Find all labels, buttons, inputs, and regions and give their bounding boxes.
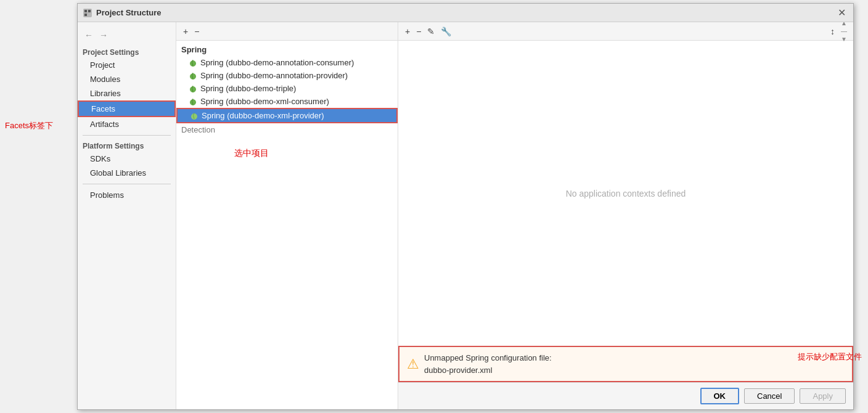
scroll-divider: — <box>841 28 847 35</box>
right-wrench-button[interactable]: 🔧 <box>439 27 453 36</box>
warning-line1: Unmapped Spring configuration file: <box>424 352 552 364</box>
right-remove-button[interactable]: − <box>414 27 423 36</box>
tree-item-spring-triple[interactable]: Spring (dubbo-demo-triple) <box>176 82 398 95</box>
sidebar-divider-2 <box>83 184 171 184</box>
bottom-bar: OK Cancel Apply <box>398 382 853 409</box>
middle-tree: Spring Spring (dubbo-demo-annotation-con… <box>176 41 398 409</box>
content-area: ← → Project Settings Project Modules Lib… <box>78 22 853 409</box>
warning-bar: ⚠ Unmapped Spring configuration file: du… <box>398 346 853 382</box>
spring-section-label: Spring <box>176 43 398 56</box>
spring-leaf-icon-3 <box>189 84 197 93</box>
middle-toolbar: + − <box>176 22 398 41</box>
title-bar-left: Project Structure <box>83 8 161 18</box>
sidebar-item-global-libraries[interactable]: Global Libraries <box>78 166 176 180</box>
spring-leaf-icon <box>189 59 197 67</box>
right-edit-button[interactable]: ✎ <box>425 27 436 36</box>
spring-leaf-icon-5 <box>190 112 199 120</box>
annotation-facets-label: Facets标签下 <box>5 120 53 131</box>
nav-back-fwd: ← → <box>78 27 176 46</box>
svg-point-5 <box>189 72 197 80</box>
scroll-up-icon[interactable]: ▲ <box>841 22 847 27</box>
middle-remove-button[interactable]: − <box>192 27 201 36</box>
tree-item-spring-consumer[interactable]: Spring (dubbo-demo-annotation-consumer) <box>176 56 398 69</box>
svg-point-8 <box>190 112 199 120</box>
no-contexts-text: No application contexts defined <box>566 189 686 198</box>
platform-settings-label: Platform Settings <box>78 139 176 152</box>
tree-item-spring-xml-consumer[interactable]: Spring (dubbo-demo-xml-consumer) <box>176 95 398 108</box>
forward-button[interactable]: → <box>97 30 110 41</box>
middle-add-button[interactable]: + <box>181 27 190 36</box>
annotation-warning-label: 提示缺少配置文件 <box>798 351 862 362</box>
svg-point-4 <box>189 59 197 67</box>
spring-leaf-icon-4 <box>189 97 197 106</box>
svg-rect-1 <box>84 10 87 12</box>
sidebar-item-modules[interactable]: Modules <box>78 72 176 86</box>
sidebar-item-artifacts[interactable]: Artifacts <box>78 117 176 131</box>
right-empty-content: No application contexts defined <box>398 41 853 346</box>
warning-line2: dubbo-provider.xml <box>424 364 552 377</box>
right-panel: + − ✎ 🔧 ↕ ▲ — ▼ No application contexts … <box>398 22 853 409</box>
spring-leaf-icon-2 <box>189 72 197 80</box>
sidebar-item-libraries[interactable]: Libraries <box>78 86 176 100</box>
project-structure-icon <box>83 8 92 18</box>
sidebar-item-facets[interactable]: Facets <box>78 100 176 117</box>
svg-rect-2 <box>88 10 91 12</box>
sidebar: ← → Project Settings Project Modules Lib… <box>78 22 176 409</box>
sidebar-item-problems[interactable]: Problems <box>78 188 176 202</box>
svg-point-6 <box>189 85 197 93</box>
apply-button[interactable]: Apply <box>800 388 846 404</box>
middle-panel: + − Spring Spring (dubbo-demo-annotation… <box>176 22 398 409</box>
title-bar: Project Structure ✕ <box>78 4 853 22</box>
project-settings-label: Project Settings <box>78 46 176 58</box>
cancel-button[interactable]: Cancel <box>744 388 795 404</box>
right-add-button[interactable]: + <box>403 27 412 36</box>
right-sort-button[interactable]: ↕ <box>830 27 835 36</box>
tree-item-spring-provider[interactable]: Spring (dubbo-demo-annotation-provider) <box>176 69 398 82</box>
tree-item-spring-xml-provider[interactable]: Spring (dubbo-demo-xml-provider) <box>176 108 398 123</box>
right-toolbar: + − ✎ 🔧 ↕ ▲ — ▼ <box>398 22 853 41</box>
sidebar-item-sdks[interactable]: SDKs <box>78 152 176 166</box>
warning-icon: ⚠ <box>407 356 419 372</box>
svg-rect-3 <box>84 14 87 16</box>
warning-text: Unmapped Spring configuration file: dubb… <box>424 352 552 376</box>
back-button[interactable]: ← <box>83 30 95 41</box>
svg-point-7 <box>189 98 197 106</box>
annotation-selected-label: 选中项目 <box>234 148 269 159</box>
detection-label: Detection <box>176 123 398 136</box>
project-structure-dialog: Project Structure ✕ ← → Project Settings… <box>77 3 854 410</box>
ok-button[interactable]: OK <box>700 388 740 404</box>
sidebar-divider <box>83 135 171 136</box>
close-button[interactable]: ✕ <box>835 8 848 18</box>
sidebar-item-project[interactable]: Project <box>78 58 176 72</box>
dialog-title: Project Structure <box>96 8 161 17</box>
